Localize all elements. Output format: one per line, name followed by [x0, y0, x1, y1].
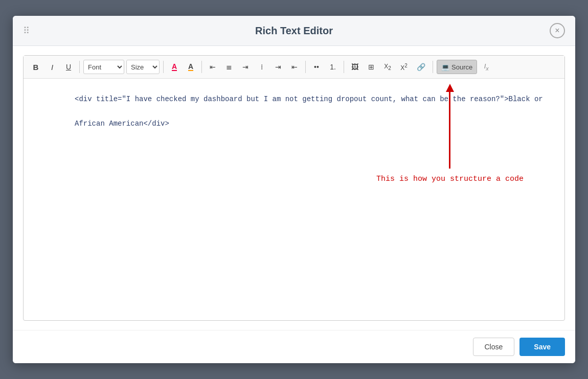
align-left-button[interactable]: ⇤: [206, 60, 220, 74]
subscript-button[interactable]: X2: [380, 60, 395, 74]
underline-button[interactable]: U: [61, 60, 76, 74]
source-icon: 💻: [441, 63, 449, 71]
bold-button[interactable]: B: [29, 60, 43, 74]
underline-icon: U: [66, 63, 71, 71]
annotation-area: This is how you structure a code: [376, 84, 524, 183]
editor-content-area[interactable]: <div title="I have checked my dashboard …: [24, 79, 564, 320]
annotation-text: This is how you structure a code: [376, 175, 524, 183]
source-label: Source: [451, 63, 472, 71]
bold-icon: B: [33, 63, 39, 72]
close-button[interactable]: Close: [473, 338, 515, 356]
size-select[interactable]: Size: [126, 60, 160, 74]
indent-button[interactable]: ⇥: [271, 60, 285, 74]
modal-footer: Close Save: [13, 330, 575, 363]
superscript-button[interactable]: X2: [397, 60, 411, 74]
modal-body: B I U Font Size: [13, 46, 575, 330]
drag-icon: ⠿: [23, 25, 31, 36]
highlight-color-button[interactable]: A: [184, 60, 198, 74]
close-modal-button[interactable]: ×: [550, 23, 565, 38]
align-left-icon: ⇤: [210, 63, 216, 71]
modal-overlay: ⠿ Rich Text Editor × B I U: [0, 0, 588, 379]
arrow-line: [449, 92, 450, 169]
close-icon: ×: [555, 26, 559, 35]
indent-icon: ⇥: [275, 63, 281, 71]
font-color-icon: A: [172, 63, 177, 71]
modal-header: ⠿ Rich Text Editor ×: [13, 16, 575, 46]
image-button[interactable]: 🖼: [348, 60, 362, 74]
link-button[interactable]: 🔗: [413, 60, 429, 74]
align-right-button[interactable]: ⇥: [238, 60, 253, 74]
source-button[interactable]: 💻 Source: [437, 60, 477, 74]
drag-handle: ⠿: [23, 25, 31, 36]
align-center-icon: ≣: [226, 63, 232, 71]
highlight-icon: A: [188, 63, 193, 71]
ordered-list-button[interactable]: 1.: [326, 60, 340, 74]
editor-container: B I U Font Size: [23, 55, 565, 321]
italic-icon: I: [51, 63, 53, 72]
table-button[interactable]: ⊞: [364, 60, 378, 74]
image-icon: 🖼: [351, 63, 358, 71]
clear-format-icon: Ix: [484, 62, 489, 72]
separator-6: [433, 61, 433, 73]
subscript-icon: X2: [384, 63, 391, 71]
separator-2: [163, 61, 164, 73]
separator-5: [344, 61, 344, 73]
editor-toolbar: B I U Font Size: [24, 56, 564, 79]
ordered-list-icon: 1.: [330, 63, 336, 71]
outdent-button[interactable]: ⇤: [287, 60, 302, 74]
link-icon: 🔗: [417, 63, 425, 71]
arrow-head-icon: [446, 84, 454, 92]
save-button[interactable]: Save: [519, 338, 565, 356]
separator-1: [79, 61, 80, 73]
rich-text-editor-modal: ⠿ Rich Text Editor × B I U: [13, 16, 575, 363]
superscript-icon: X2: [400, 63, 408, 72]
unordered-list-button[interactable]: ••: [309, 60, 324, 74]
separator-3: [201, 61, 202, 73]
font-select[interactable]: Font: [83, 60, 124, 74]
italic-button[interactable]: I: [45, 60, 59, 74]
table-icon: ⊞: [368, 63, 374, 71]
outdent-icon: ⇤: [291, 63, 298, 71]
separator-4: [305, 61, 306, 73]
align-justify-button[interactable]: ⁞: [255, 60, 269, 74]
clear-format-button[interactable]: Ix: [479, 60, 493, 74]
align-justify-icon: ⁞: [261, 63, 263, 71]
modal-title: Rich Text Editor: [255, 25, 333, 37]
editor-text-line2: African American</div>: [75, 120, 169, 128]
unordered-list-icon: ••: [314, 63, 319, 71]
font-color-button[interactable]: A: [167, 60, 182, 74]
align-center-button[interactable]: ≣: [222, 60, 236, 74]
align-right-icon: ⇥: [242, 63, 248, 71]
